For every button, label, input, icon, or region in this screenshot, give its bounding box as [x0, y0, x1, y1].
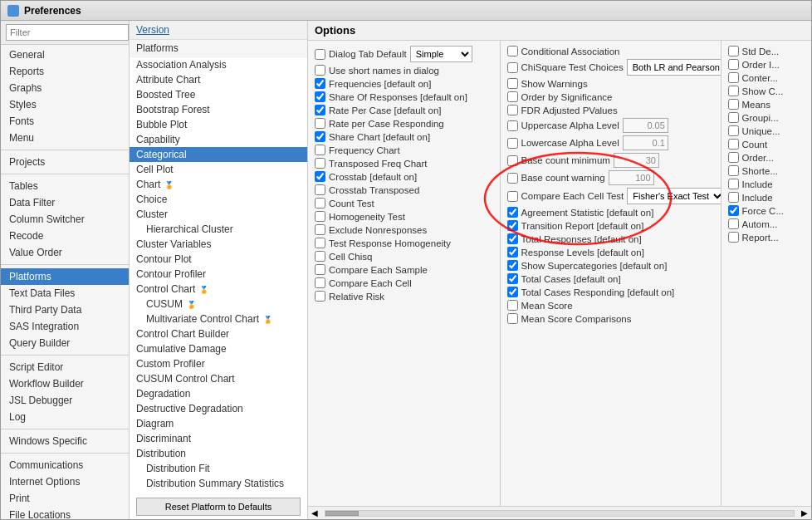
checkbox-agreement-statistic[interactable] [507, 207, 518, 218]
select-compare-each-cell-test[interactable]: Fisher's Exact Test [627, 188, 721, 204]
checkbox-compare-each-sample[interactable] [315, 264, 325, 275]
checkbox-crosstab-transposed[interactable] [315, 184, 325, 195]
platform-item-bubble-plot[interactable]: Bubble Plot [130, 117, 307, 132]
checkbox-share-of-responses[interactable] [315, 91, 325, 102]
checkbox-count-test[interactable] [315, 198, 325, 208]
horizontal-scrollbar[interactable]: ◀ ▶ [308, 506, 811, 519]
checkbox-fdr-adjusted-pvalues[interactable] [507, 105, 518, 115]
checkbox-order-i[interactable] [728, 59, 739, 70]
sidebar-item-graphs[interactable]: Graphs [1, 80, 129, 96]
checkbox-count[interactable] [728, 139, 739, 150]
platform-item-capability[interactable]: Capability [130, 132, 307, 147]
platform-item-distribution[interactable]: Distribution [130, 446, 307, 461]
checkbox-std-dev[interactable] [728, 46, 739, 56]
checkbox-exclude-nonresponses[interactable] [315, 224, 325, 235]
platform-item-contour-plot[interactable]: Contour Plot [130, 252, 307, 267]
checkbox-compare-each-cell-test[interactable] [507, 191, 518, 202]
sidebar-item-windows-specific[interactable]: Windows Specific [1, 433, 129, 449]
platform-item-control-chart[interactable]: Control Chart 🏅 [130, 282, 307, 297]
scroll-right-button[interactable]: ▶ [798, 508, 811, 518]
sidebar-item-reports[interactable]: Reports [1, 63, 129, 80]
checkbox-compare-each-cell[interactable] [315, 277, 325, 288]
sidebar-item-query-builder[interactable]: Query Builder [1, 335, 129, 351]
checkbox-show-c[interactable] [728, 86, 739, 96]
platform-item-chart[interactable]: Chart 🏅 [130, 177, 307, 192]
input-lowercase-alpha-level[interactable] [623, 135, 668, 150]
checkbox-mean-score[interactable] [507, 300, 518, 311]
checkbox-share-chart[interactable] [315, 131, 325, 142]
sidebar-item-communications[interactable]: Communications [1, 457, 129, 473]
sidebar-item-log[interactable]: Log [1, 409, 129, 425]
sidebar-item-projects[interactable]: Projects [1, 154, 129, 170]
platform-item-distribution-summary-statistics[interactable]: Distribution Summary Statistics [130, 476, 307, 491]
platform-item-cluster-variables[interactable]: Cluster Variables [130, 237, 307, 252]
sidebar-item-sas-integration[interactable]: SAS Integration [1, 318, 129, 335]
checkbox-response-levels[interactable] [507, 247, 518, 258]
sidebar-item-fonts[interactable]: Fonts [1, 113, 129, 130]
sidebar-item-workflow-builder[interactable]: Workflow Builder [1, 375, 129, 392]
select-dialog-tab-default[interactable]: SimpleAdvanced [410, 46, 472, 62]
select-chisquare-test-choices[interactable]: Both LR and Pearson [627, 59, 722, 76]
input-uppercase-alpha-level[interactable] [623, 118, 668, 133]
checkbox-rate-per-case-responding[interactable] [315, 118, 325, 129]
checkbox-use-short-names[interactable] [315, 65, 325, 76]
platform-item-boosted-tree[interactable]: Boosted Tree [130, 87, 307, 102]
sidebar-item-text-data-files[interactable]: Text Data Files [1, 285, 129, 302]
platform-item-discriminant[interactable]: Discriminant [130, 431, 307, 446]
checkbox-test-response-homogeneity[interactable] [315, 238, 325, 248]
checkbox-base-count-minimum[interactable] [507, 155, 518, 166]
checkbox-groupi[interactable] [728, 112, 739, 123]
scroll-left-button[interactable]: ◀ [308, 508, 321, 518]
checkbox-report[interactable] [728, 232, 739, 243]
sidebar-item-general[interactable]: General [1, 47, 129, 63]
checkbox-transition-report[interactable] [507, 220, 518, 231]
platform-item-diagram[interactable]: Diagram [130, 416, 307, 431]
checkbox-total-cases-responding[interactable] [507, 287, 518, 297]
checkbox-conditional-association[interactable] [507, 46, 518, 56]
checkbox-relative-risk[interactable] [315, 291, 325, 302]
platform-item-bootstrap-forest[interactable]: Bootstrap Forest [130, 102, 307, 117]
checkbox-dialog-tab-default[interactable] [315, 49, 325, 60]
platform-item-choice[interactable]: Choice [130, 192, 307, 207]
checkbox-show-supercategories[interactable] [507, 260, 518, 271]
sidebar-item-platforms[interactable]: Platforms [1, 268, 129, 285]
checkbox-cell-chisq[interactable] [315, 251, 325, 262]
platform-item-distribution-fit[interactable]: Distribution Fit [130, 461, 307, 476]
platform-item-categorical[interactable]: Categorical [130, 147, 307, 162]
checkbox-transposed-freq-chart[interactable] [315, 158, 325, 169]
checkbox-total-cases[interactable] [507, 273, 518, 284]
checkbox-base-count-warning[interactable] [507, 173, 518, 184]
sidebar-item-print[interactable]: Print [1, 490, 129, 507]
checkbox-chisquare-test-choices[interactable] [507, 62, 518, 73]
input-base-count-warning[interactable] [609, 170, 654, 185]
sidebar-item-script-editor[interactable]: Script Editor [1, 359, 129, 375]
platform-item-cluster[interactable]: Cluster [130, 207, 307, 222]
platform-item-degradation[interactable]: Degradation [130, 386, 307, 401]
checkbox-homogeneity-test[interactable] [315, 211, 325, 222]
version-link[interactable]: Version [136, 24, 169, 36]
platform-item-multivariate-control-chart[interactable]: Multivariate Control Chart 🏅 [130, 312, 307, 326]
checkbox-frequency-chart[interactable] [315, 145, 325, 155]
platform-item-cell-plot[interactable]: Cell Plot [130, 162, 307, 177]
platform-item-cusum-control-chart[interactable]: CUSUM Control Chart [130, 371, 307, 386]
platform-item-contour-profiler[interactable]: Contour Profiler [130, 267, 307, 282]
checkbox-crosstab[interactable] [315, 171, 325, 182]
reset-platform-button[interactable]: Reset Platform to Defaults [136, 498, 301, 516]
checkbox-include1[interactable] [728, 179, 739, 189]
sidebar-item-menu[interactable]: Menu [1, 130, 129, 146]
checkbox-order-by-significance[interactable] [507, 91, 518, 102]
platform-item-attribute-chart[interactable]: Attribute Chart [130, 72, 307, 87]
checkbox-include2[interactable] [728, 192, 739, 203]
checkbox-shorte[interactable] [728, 165, 739, 176]
checkbox-autom[interactable] [728, 218, 739, 229]
checkbox-show-warnings[interactable] [507, 78, 518, 89]
sidebar-item-value-order[interactable]: Value Order [1, 244, 129, 261]
checkbox-frequencies[interactable] [315, 78, 325, 89]
platform-item-destructive-degradation[interactable]: Destructive Degradation [130, 401, 307, 416]
sidebar-item-jsl-debugger[interactable]: JSL Debugger [1, 392, 129, 409]
checkbox-lowercase-alpha-level[interactable] [507, 138, 518, 149]
platform-item-doe[interactable]: DOE [130, 491, 307, 494]
checkbox-force[interactable] [728, 205, 739, 216]
platform-item-cusum[interactable]: CUSUM 🏅 [130, 297, 307, 312]
platform-item-custom-profiler[interactable]: Custom Profiler [130, 356, 307, 371]
